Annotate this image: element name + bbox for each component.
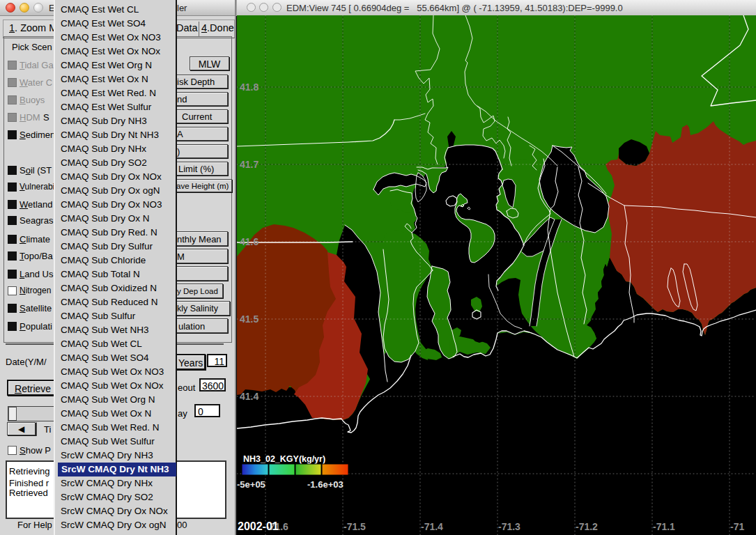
svg-text:-71.3: -71.3: [498, 521, 520, 532]
svg-text:-71: -71: [730, 521, 744, 532]
svg-text:-1.6e+03: -1.6e+03: [307, 479, 344, 490]
svg-text:-71.5: -71.5: [344, 521, 366, 532]
svg-text:-5e+05: -5e+05: [237, 479, 265, 490]
svg-text:NH3_02_KGY(kg/yr): NH3_02_KGY(kg/yr): [243, 454, 325, 464]
svg-text:41.7: 41.7: [240, 159, 259, 170]
svg-text:41.6: 41.6: [240, 236, 259, 247]
svg-text:41.8: 41.8: [240, 82, 259, 93]
svg-text:41.4: 41.4: [240, 391, 259, 402]
svg-text:-71.1: -71.1: [653, 521, 675, 532]
svg-text:-71.4: -71.4: [421, 521, 443, 532]
svg-text:2002-01: 2002-01: [238, 520, 279, 532]
svg-text:41.5: 41.5: [240, 313, 259, 325]
svg-text:-71.2: -71.2: [576, 521, 598, 532]
